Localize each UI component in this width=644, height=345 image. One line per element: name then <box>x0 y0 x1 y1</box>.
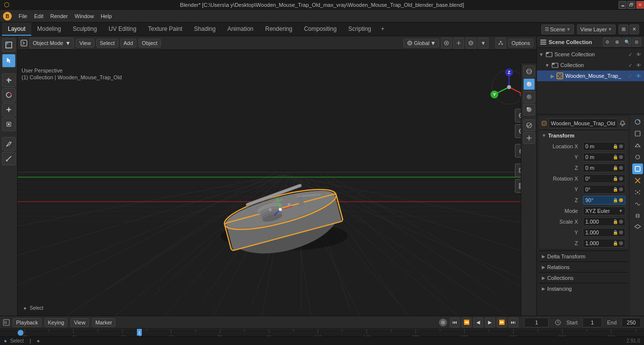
coll-check[interactable]: ✓ <box>628 63 632 68</box>
jump-keyframe-next-btn[interactable]: ⏩ <box>497 318 507 327</box>
tab-modeling[interactable]: Modeling <box>31 23 67 36</box>
material-shading[interactable] <box>523 91 535 103</box>
props-tab-data[interactable] <box>632 222 643 233</box>
relations-section[interactable]: ▶ Relations <box>539 261 628 272</box>
end-frame-field[interactable]: 250 <box>622 318 641 327</box>
location-x-field[interactable]: 0 m 🔒 <box>583 142 625 151</box>
select-menu-btn[interactable]: Select <box>96 39 118 47</box>
keying-menu[interactable]: Keying <box>44 318 68 327</box>
tab-layout[interactable]: Layout <box>2 23 31 36</box>
tab-rendering[interactable]: Rendering <box>259 23 298 36</box>
tab-scripting[interactable]: Scripting <box>342 23 377 36</box>
menu-help[interactable]: Help <box>98 12 115 20</box>
coll-eye[interactable]: 👁 <box>636 63 641 68</box>
menu-render[interactable]: Render <box>47 12 71 20</box>
location-y-field[interactable]: 0 m 🔒 <box>583 153 625 161</box>
close-area-btn[interactable]: ✕ <box>629 24 639 34</box>
props-tab-physics[interactable] <box>632 199 643 209</box>
tab-sculpting[interactable]: Sculpting <box>67 23 103 36</box>
current-frame-field[interactable]: 1 <box>524 318 549 327</box>
outliner-restrict-btn[interactable]: ⊞ <box>632 38 641 46</box>
viewport-gizmos[interactable] <box>495 38 506 48</box>
select-action[interactable]: ● <box>4 338 7 344</box>
props-tab-object[interactable] <box>632 163 643 174</box>
scale-tool[interactable] <box>2 103 16 116</box>
obj-check-hidden[interactable]: ✓ <box>628 73 632 79</box>
close-button[interactable]: ✕ <box>636 1 644 9</box>
transform-tool[interactable] <box>2 117 16 131</box>
view-menu-btn[interactable]: View <box>76 39 94 47</box>
view-layer-selector[interactable]: View Layer ▼ <box>577 24 616 34</box>
tab-uv-editing[interactable]: UV Editing <box>103 23 142 36</box>
show-gizmos[interactable] <box>523 132 535 144</box>
scene-selector[interactable]: ☰ Scene ▼ <box>541 24 574 34</box>
location-z-field[interactable]: 0 m 🔒 <box>583 163 625 172</box>
rotation-mode-field[interactable]: XYZ Euler ▼ <box>583 207 625 215</box>
outliner-item-wooden-mouse[interactable]: ▶ Wooden_Mouse_Trap_ ✓ 👁 <box>537 70 644 81</box>
rotate-tool[interactable] <box>2 88 16 102</box>
minimize-button[interactable]: 🗕 <box>619 1 626 9</box>
scene-coll-check[interactable]: ✓ <box>628 52 632 57</box>
snap-type[interactable] <box>453 38 464 48</box>
rotation-z-field[interactable]: 90° 🔒 <box>583 196 625 205</box>
view-menu-tl[interactable]: View <box>70 318 89 327</box>
props-tab-constraints[interactable] <box>632 210 643 221</box>
snap-toggle[interactable] <box>441 38 452 48</box>
add-menu-btn[interactable]: Add <box>120 39 137 47</box>
props-tab-render[interactable] <box>632 116 643 127</box>
show-overlays[interactable] <box>523 119 535 131</box>
annotate-tool[interactable] <box>2 137 16 151</box>
jump-end-btn[interactable]: ⏭ <box>509 318 518 327</box>
menu-file[interactable]: File <box>16 12 30 20</box>
collections-section[interactable]: ▶ Collections <box>539 272 628 283</box>
outliner-search-btn[interactable]: 🔍 <box>622 38 631 46</box>
scale-z-field[interactable]: 1.000 🔒 <box>583 239 625 248</box>
scene-coll-eye[interactable]: 👁 <box>636 52 641 57</box>
tab-compositing[interactable]: Compositing <box>298 23 343 36</box>
record-button[interactable] <box>439 319 447 326</box>
wireframe-shading[interactable] <box>523 66 535 77</box>
tab-animation[interactable]: Animation <box>222 23 259 36</box>
outliner-filter-btn[interactable]: ⚙ <box>603 38 612 46</box>
scale-x-field[interactable]: 1.000 🔒 <box>583 217 625 226</box>
delta-transform-section[interactable]: ▶ Delta Transform <box>539 251 628 261</box>
options-btn[interactable]: Options <box>508 39 533 47</box>
screen-layout-btn[interactable]: ⊞ <box>619 24 628 34</box>
tab-shading[interactable]: Shading <box>188 23 222 36</box>
outliner-item-collection[interactable]: ▼ Collection ✓ 👁 <box>537 60 644 70</box>
playback-menu[interactable]: Playback <box>13 318 42 327</box>
select-tool-box[interactable] <box>2 38 16 52</box>
props-tab-scene[interactable] <box>632 152 643 162</box>
maximize-button[interactable]: 🗗 <box>627 1 635 9</box>
proportional-edit[interactable] <box>466 38 476 48</box>
select-tool-cursor[interactable] <box>2 54 16 68</box>
outliner-visibility-btn[interactable] <box>613 38 622 46</box>
mode-dropdown[interactable]: Object Mode ▼ <box>29 38 74 48</box>
rendered-shading[interactable] <box>523 104 535 115</box>
viewport-canvas[interactable]: User Perspective (1) Collection | Wooden… <box>18 50 536 316</box>
menu-edit[interactable]: Edit <box>31 12 46 20</box>
jump-keyframe-prev-btn[interactable]: ⏪ <box>462 318 471 327</box>
transform-header[interactable]: ▼ Transform <box>539 130 628 141</box>
play-btn[interactable]: ▶ <box>485 318 495 327</box>
move-tool[interactable] <box>2 73 16 87</box>
instancing-section[interactable]: ▶ Instancing <box>539 283 628 294</box>
menu-window[interactable]: Window <box>72 12 97 20</box>
tab-add[interactable]: + <box>377 23 388 36</box>
start-frame-field[interactable]: 1 <box>582 318 602 327</box>
transform-orientation[interactable]: Global ▼ <box>403 39 439 47</box>
props-tab-view-layer[interactable] <box>632 140 643 151</box>
proportional-edit-2[interactable]: ▼ <box>478 38 489 48</box>
props-tab-modifiers[interactable] <box>632 175 643 186</box>
marker-menu[interactable]: Marker <box>92 318 115 327</box>
obj-eye[interactable]: 👁 <box>636 73 641 79</box>
rotation-y-field[interactable]: 0° 🔒 <box>583 185 625 194</box>
props-tab-particles[interactable] <box>632 187 643 198</box>
object-name-field[interactable]: Wooden_Mouse_Trap_Old <box>549 118 618 128</box>
solid-shading[interactable] <box>523 78 535 90</box>
measure-tool[interactable] <box>2 152 16 165</box>
scale-y-field[interactable]: 1.000 🔒 <box>583 228 625 237</box>
jump-start-btn[interactable]: ⏮ <box>450 318 460 327</box>
outliner-item-scene-collection[interactable]: ▼ Scene Collection ✓ 👁 <box>537 49 644 60</box>
play-reverse-btn[interactable]: ◀ <box>473 318 483 327</box>
